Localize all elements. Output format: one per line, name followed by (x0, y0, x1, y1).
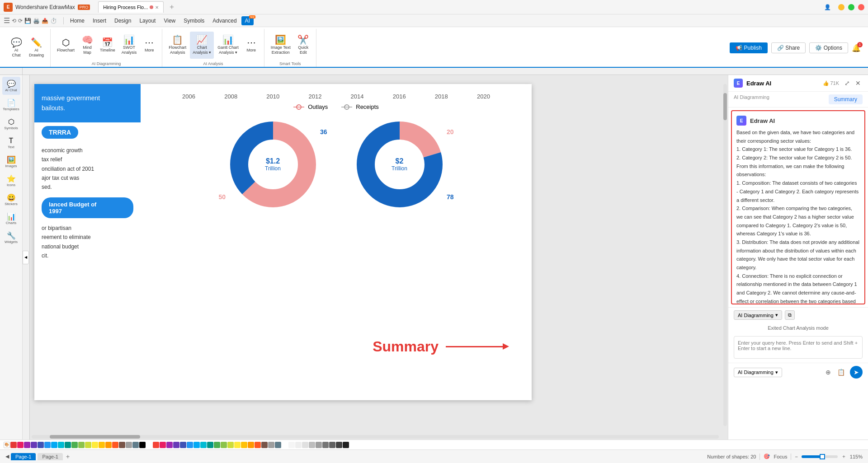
color-swatch[interactable] (187, 442, 193, 448)
gantt-analysis-button[interactable]: 📊 Gantt ChartAnalysis ▾ (215, 32, 241, 59)
ai-chat-button[interactable]: 💬 AIChat (7, 34, 25, 61)
color-swatch[interactable] (316, 442, 322, 448)
send-button[interactable]: ➤ (850, 366, 863, 379)
menu-view[interactable]: View (160, 16, 179, 25)
close-button[interactable] (858, 4, 864, 10)
color-swatch[interactable] (153, 442, 159, 448)
maximize-button[interactable] (848, 4, 854, 10)
color-swatch[interactable] (207, 442, 213, 448)
footer-icon-2[interactable]: 📋 (835, 367, 847, 377)
color-swatch[interactable] (234, 442, 241, 448)
color-swatch[interactable] (166, 442, 173, 448)
new-tab-button[interactable]: ＋ (165, 1, 178, 13)
color-swatch[interactable] (275, 442, 281, 448)
color-swatch[interactable] (193, 442, 200, 448)
tab-close[interactable]: ✕ (155, 5, 159, 10)
color-swatch[interactable] (282, 442, 288, 448)
menu-ai[interactable]: AI hot (241, 16, 254, 25)
vertical-scrollbar[interactable] (723, 84, 727, 426)
color-swatch[interactable] (132, 442, 139, 448)
sidebar-tool-stickers[interactable]: 😀 Stickers (2, 191, 20, 209)
vertical-scroll-thumb[interactable] (723, 93, 727, 120)
more-diagramming-button[interactable]: ⋯ More (140, 32, 158, 59)
color-swatch[interactable] (24, 442, 30, 448)
horizontal-scrollbar[interactable] (32, 435, 719, 439)
footer-icon-1[interactable]: ⊕ (823, 367, 833, 377)
sidebar-tool-widgets[interactable]: 🔧 Widgets (2, 229, 20, 247)
quick-edit-button[interactable]: ✂️ QuickEdit (294, 32, 312, 59)
zoom-out-icon[interactable]: − (795, 454, 797, 459)
canvas-area[interactable]: massive governmentbailouts. TRRRA econom… (23, 75, 728, 440)
color-swatch[interactable] (200, 442, 207, 448)
page-tab-2[interactable]: Page-1 (38, 453, 62, 460)
timeline-button[interactable]: 📅 Timeline (97, 32, 118, 59)
add-page-button[interactable]: ＋ (65, 453, 71, 461)
color-swatch[interactable] (288, 442, 295, 448)
image-extract-button[interactable]: 🖼️ Image TextExtraction (268, 32, 293, 59)
horizontal-scroll-thumb[interactable] (50, 435, 140, 439)
mind-map-button[interactable]: 🧠 MindMap (78, 32, 96, 59)
ai-input[interactable] (734, 336, 863, 359)
summary-tab-button[interactable]: Summary (829, 94, 863, 104)
tab-hiring[interactable]: Hiring Process Flo... ✕ (98, 1, 164, 13)
color-swatch[interactable] (58, 442, 64, 448)
flowchart-analysis-button[interactable]: 📋 FlowchartAnalysis (166, 32, 189, 59)
color-swatch[interactable] (10, 442, 17, 448)
color-swatch[interactable] (31, 442, 37, 448)
color-swatch[interactable] (119, 442, 125, 448)
page-tab-active[interactable]: Page-1 (11, 453, 36, 460)
color-swatch[interactable] (146, 442, 152, 448)
chart-analysis-button[interactable]: 📈 ChartAnalysis ▾ (190, 32, 214, 59)
flowchart-button[interactable]: ⬡ Flowchart (54, 32, 77, 59)
color-swatch[interactable] (180, 442, 186, 448)
sidebar-tool-icons[interactable]: ⭐ Icons (2, 172, 20, 190)
history-button[interactable]: ⏱️ (50, 18, 57, 24)
sidebar-tool-text[interactable]: T Text (2, 134, 20, 152)
color-swatch[interactable] (295, 442, 302, 448)
swot-button[interactable]: 📊 SWOTAnalysis (119, 32, 140, 59)
color-swatch[interactable] (78, 442, 85, 448)
export-button[interactable]: 📤 (42, 18, 48, 24)
sidebar-collapse-button[interactable]: ◀ (23, 251, 29, 264)
color-swatch[interactable] (44, 442, 51, 448)
color-swatch[interactable] (214, 442, 220, 448)
color-swatch[interactable] (65, 442, 71, 448)
quick-access-toolbar[interactable]: ⟲ (12, 18, 16, 24)
zoom-in-icon[interactable]: ＋ (841, 453, 846, 460)
menu-insert[interactable]: Insert (89, 16, 110, 25)
menu-layout[interactable]: Layout (136, 16, 159, 25)
menu-home[interactable]: Home (66, 16, 88, 25)
zoom-slider[interactable] (802, 455, 838, 458)
footer-diag-select[interactable]: AI Diagramming ▾ (734, 368, 782, 377)
color-swatch[interactable] (329, 442, 335, 448)
panel-close-button[interactable]: ✕ (854, 79, 863, 88)
color-swatch[interactable] (105, 442, 112, 448)
color-swatch[interactable] (139, 442, 146, 448)
options-button[interactable]: ⚙️ Options (809, 42, 848, 53)
color-swatch[interactable] (241, 442, 247, 448)
color-swatch[interactable] (221, 442, 227, 448)
redo-button[interactable]: ⟳ (18, 18, 23, 24)
print-button[interactable]: 🖨️ (33, 18, 40, 24)
more-analysis-button[interactable]: ⋯ More (242, 32, 260, 59)
sidebar-tool-templates[interactable]: 📄 Templates (2, 96, 20, 114)
color-swatch[interactable] (173, 442, 179, 448)
publish-button[interactable]: 📢 Publish (730, 42, 768, 53)
ai-drawing-button[interactable]: ✏️ AIDrawing (26, 34, 47, 61)
menu-design[interactable]: Design (111, 16, 135, 25)
menu-symbols[interactable]: Symbols (180, 16, 208, 25)
color-swatch[interactable] (261, 442, 268, 448)
copy-button[interactable]: ⧉ (785, 310, 795, 320)
color-swatch[interactable] (255, 442, 261, 448)
color-swatch[interactable] (92, 442, 98, 448)
minimize-button[interactable] (838, 4, 844, 10)
color-swatch[interactable] (248, 442, 254, 448)
color-swatch[interactable] (71, 442, 78, 448)
color-swatch[interactable] (343, 442, 349, 448)
sidebar-tool-charts[interactable]: 📊 Charts (2, 210, 20, 228)
color-swatch[interactable] (126, 442, 132, 448)
color-swatch[interactable] (302, 442, 308, 448)
color-swatch[interactable] (227, 442, 234, 448)
color-swatch[interactable] (268, 442, 274, 448)
color-swatch[interactable] (336, 442, 342, 448)
